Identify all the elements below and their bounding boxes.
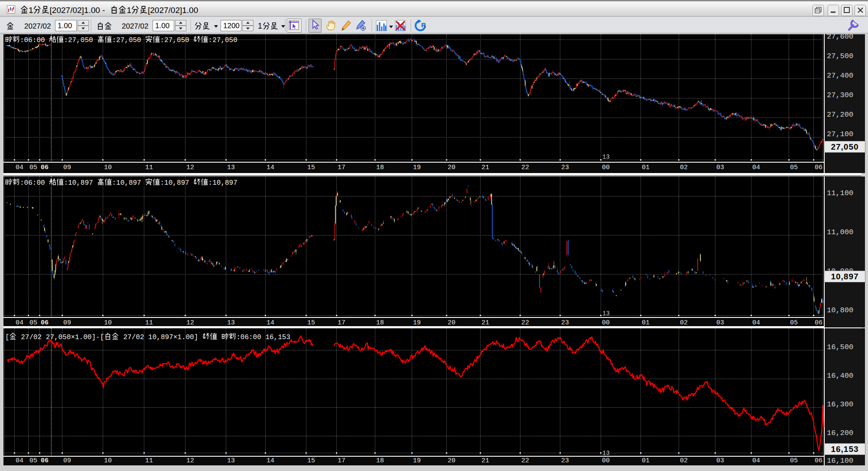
svg-text:04: 04 — [16, 457, 23, 464]
svg-text:15: 15 — [307, 457, 315, 464]
svg-text:05: 05 — [29, 457, 37, 464]
svg-text:09: 09 — [63, 457, 71, 464]
svg-text:06: 06 — [41, 457, 49, 464]
svg-text:21: 21 — [481, 457, 489, 464]
svg-text:20: 20 — [448, 457, 455, 464]
svg-text:27/02 10,897×1.00]: 27/02 10,897×1.00] — [119, 334, 202, 341]
svg-text:04: 04 — [752, 457, 760, 464]
svg-text:01: 01 — [642, 457, 650, 464]
svg-text:17: 17 — [338, 457, 345, 464]
svg-text:05: 05 — [790, 457, 798, 464]
svg-text:12: 12 — [186, 457, 194, 464]
svg-text:22: 22 — [521, 457, 529, 464]
svg-text:00: 00 — [602, 457, 610, 464]
svg-text:13: 13 — [602, 450, 610, 457]
svg-text:06: 06 — [815, 457, 822, 464]
svg-text:03: 03 — [716, 457, 724, 464]
svg-text:13: 13 — [227, 457, 235, 464]
svg-text:23: 23 — [561, 457, 569, 464]
svg-text:18: 18 — [376, 457, 384, 464]
svg-text:02: 02 — [680, 457, 688, 464]
svg-text:11: 11 — [145, 457, 153, 464]
svg-text:[: [ — [5, 334, 10, 341]
svg-text:19: 19 — [413, 457, 421, 464]
svg-text::06:00 16,153: :06:00 16,153 — [236, 334, 290, 341]
svg-text:27/02 27,050×1.00]-[: 27/02 27,050×1.00]-[ — [17, 334, 104, 341]
svg-text:14: 14 — [267, 457, 274, 464]
svg-text:10: 10 — [104, 457, 112, 464]
